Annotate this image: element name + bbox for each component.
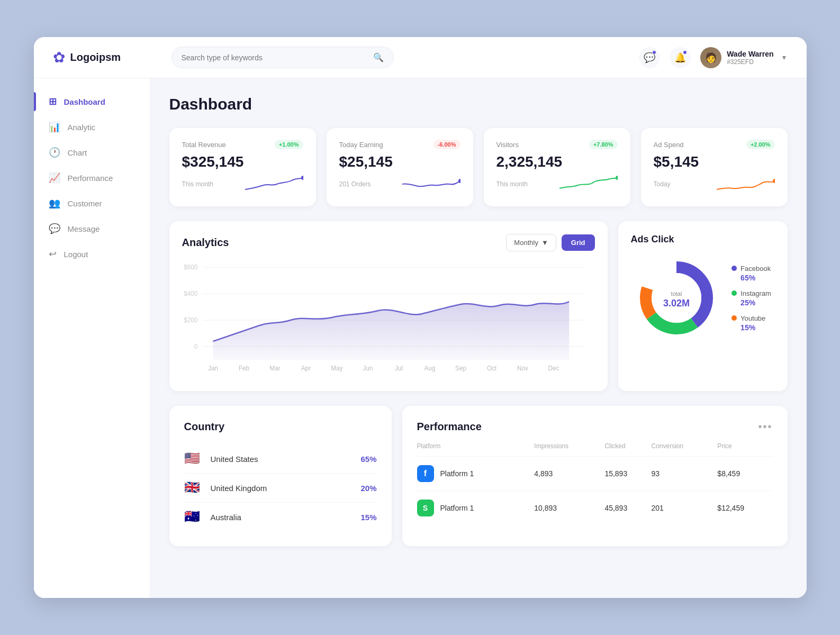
stat-label-adspend: Ad Spend (654, 141, 684, 149)
user-info: Wade Warren #325EFD (727, 50, 773, 66)
stat-value-revenue: $325,145 (182, 153, 303, 170)
legend-item-facebook: Facebook 65% (731, 265, 771, 282)
impressions-2: 10,893 (534, 491, 604, 525)
stat-card-revenue: Total Revenue +1.00% $325,145 This month (169, 128, 316, 206)
performance-table: Platform Impressions Clicked Conversion … (417, 442, 773, 525)
svg-text:Apr: Apr (301, 365, 310, 372)
country-pct-uk: 20% (360, 484, 376, 493)
country-name-au: Australia (211, 513, 241, 522)
sidebar-item-dashboard[interactable]: ⊞ Dashboard (34, 89, 150, 114)
mini-chart-earning (402, 174, 460, 195)
country-pct-us: 65% (360, 455, 376, 464)
sidebar-item-customer[interactable]: 👥 Customer (34, 190, 150, 216)
sidebar-item-chart[interactable]: 🕐 Chart (34, 140, 150, 165)
stat-badge-visitors: +7.80% (589, 140, 618, 149)
stat-badge-revenue: +1.00% (275, 140, 303, 149)
svg-text:$600: $600 (184, 264, 197, 271)
legend-item-instagram: Instagram 25% (731, 289, 771, 307)
conversion-2: 201 (651, 491, 717, 525)
youtube-dot (731, 315, 737, 321)
svg-text:Mar: Mar (269, 365, 280, 372)
stat-card-header-3: Visitors +7.80% (496, 140, 618, 149)
search-icon: 🔍 (373, 52, 384, 62)
grid-button[interactable]: Grid (562, 234, 595, 251)
message-icon-button[interactable]: 💬 (639, 47, 660, 68)
donut-chart: total 3.02M (634, 256, 719, 340)
svg-text:Jan: Jan (208, 365, 218, 372)
monthly-dropdown[interactable]: Monthly ▼ (506, 234, 556, 251)
dashboard-icon: ⊞ (49, 96, 57, 107)
instagram-label: Instagram (740, 289, 771, 297)
svg-text:Nov: Nov (517, 365, 528, 372)
chart-area: $600 $400 $200 0 Jan Feb Mar (182, 262, 595, 378)
page-title: Dashboard (169, 95, 788, 113)
stat-label-earning: Today Earning (339, 141, 383, 149)
stat-card-header-2: Today Earning -6.00% (339, 140, 460, 149)
facebook-dot (731, 266, 737, 271)
stat-footer-revenue: This month (182, 174, 303, 195)
stat-label-visitors: Visitors (496, 141, 519, 149)
facebook-pct: 65% (740, 274, 771, 282)
analytic-icon: 📊 (49, 121, 60, 133)
sidebar-item-performance[interactable]: 📈 Performance (34, 165, 150, 190)
svg-text:$200: $200 (184, 316, 197, 324)
svg-text:total: total (671, 291, 682, 297)
performance-icon: 📈 (49, 172, 60, 184)
svg-text:0: 0 (194, 343, 197, 350)
stat-badge-adspend: +2.00% (746, 140, 775, 149)
sidebar-item-logout[interactable]: ↩ Logout (34, 241, 150, 267)
notif-dot (683, 50, 687, 55)
notification-icon-button[interactable]: 🔔 (670, 47, 691, 68)
col-impressions: Impressions (534, 442, 604, 457)
sidebar: ⊞ Dashboard 📊 Analytic 🕐 Chart 📈 Perform… (34, 78, 150, 598)
country-item-au: 🇦🇺 Australia 15% (184, 503, 377, 531)
platform-cell-1: f Platform 1 (417, 457, 535, 491)
avatar: 🧑 (700, 47, 721, 68)
search-bar[interactable]: 🔍 (171, 47, 394, 68)
logout-icon: ↩ (49, 248, 57, 260)
user-profile[interactable]: 🧑 Wade Warren #325EFD ▼ (700, 47, 787, 68)
stat-card-adspend: Ad Spend +2.00% $5,145 Today (641, 128, 788, 206)
logo-area: ✿ Logoipsm (53, 49, 159, 66)
country-item-us: 🇺🇸 United States 65% (184, 444, 377, 474)
stat-sub-adspend: Today (654, 180, 671, 188)
country-pct-au: 15% (360, 513, 376, 522)
analytics-header: Analytics Monthly ▼ Grid (182, 234, 595, 251)
donut-legend: Facebook 65% Instagram 25% (731, 265, 771, 332)
clicked-2: 45,893 (604, 491, 651, 525)
stat-sub-visitors: This month (496, 180, 528, 188)
performance-title: Performance (417, 421, 482, 433)
search-input[interactable] (182, 53, 368, 62)
analytics-title: Analytics (182, 237, 229, 249)
stat-footer-adspend: Today (654, 174, 775, 195)
svg-point-0 (301, 176, 303, 180)
stat-value-visitors: 2,325,145 (496, 153, 618, 170)
sidebar-item-message[interactable]: 💬 Message (34, 216, 150, 241)
header-right: 💬 🔔 🧑 Wade Warren #325EFD ▼ (639, 47, 787, 68)
message-notif-dot (652, 50, 656, 55)
col-clicked: Clicked (604, 442, 651, 457)
ads-click-card: Ads Click total (618, 221, 788, 391)
price-1: $8,459 (717, 457, 772, 491)
stat-sub-revenue: This month (182, 180, 213, 188)
stat-footer-visitors: This month (496, 174, 618, 195)
chart-icon: 🕐 (49, 147, 60, 158)
dots-menu[interactable]: ••• (758, 421, 772, 433)
fb-platform-icon: f (417, 465, 434, 482)
user-name: Wade Warren (727, 50, 773, 58)
performance-header: Performance ••• (417, 421, 773, 433)
sidebar-item-analytic[interactable]: 📊 Analytic (34, 114, 150, 140)
instagram-pct: 25% (740, 298, 771, 307)
col-price: Price (717, 442, 772, 457)
svg-text:Dec: Dec (548, 365, 559, 372)
analytics-card: Analytics Monthly ▼ Grid (169, 221, 608, 391)
customer-icon: 👥 (49, 197, 60, 209)
youtube-label: Youtube (740, 314, 765, 322)
logo-text: Logoipsm (70, 51, 121, 64)
body-layout: ⊞ Dashboard 📊 Analytic 🕐 Chart 📈 Perform… (34, 78, 807, 598)
user-id: #325EFD (727, 58, 773, 66)
sidebar-label-performance: Performance (68, 174, 113, 183)
col-conversion: Conversion (651, 442, 717, 457)
stat-sub-earning: 201 Orders (339, 180, 371, 188)
svg-text:Oct: Oct (486, 365, 496, 372)
